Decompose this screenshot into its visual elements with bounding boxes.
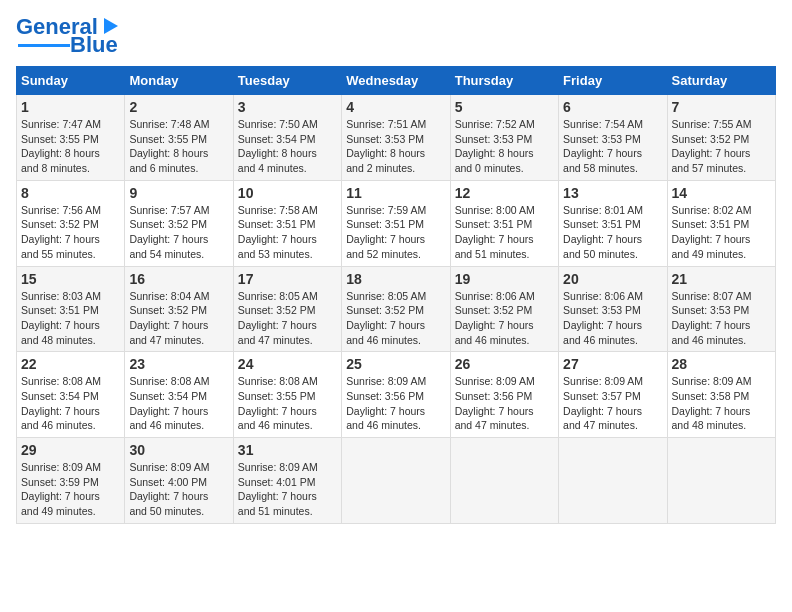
- cell-line: Sunrise: 8:09 AM: [672, 374, 771, 389]
- calendar-cell: 9Sunrise: 7:57 AMSunset: 3:52 PMDaylight…: [125, 180, 233, 266]
- day-number: 28: [672, 356, 771, 372]
- calendar-cell: 24Sunrise: 8:08 AMSunset: 3:55 PMDayligh…: [233, 352, 341, 438]
- calendar-cell: 27Sunrise: 8:09 AMSunset: 3:57 PMDayligh…: [559, 352, 667, 438]
- cell-content: Sunrise: 7:48 AMSunset: 3:55 PMDaylight:…: [129, 117, 228, 176]
- cell-line: Sunrise: 8:09 AM: [455, 374, 554, 389]
- cell-line: Daylight: 8 hours: [129, 146, 228, 161]
- cell-line: Sunset: 3:54 PM: [238, 132, 337, 147]
- cell-line: and 50 minutes.: [563, 247, 662, 262]
- cell-line: and 2 minutes.: [346, 161, 445, 176]
- cell-line: Sunrise: 7:59 AM: [346, 203, 445, 218]
- cell-line: Sunset: 3:51 PM: [455, 217, 554, 232]
- cell-content: Sunrise: 8:05 AMSunset: 3:52 PMDaylight:…: [238, 289, 337, 348]
- cell-line: Sunrise: 7:55 AM: [672, 117, 771, 132]
- day-number: 17: [238, 271, 337, 287]
- calendar-cell: 8Sunrise: 7:56 AMSunset: 3:52 PMDaylight…: [17, 180, 125, 266]
- cell-line: Sunrise: 8:00 AM: [455, 203, 554, 218]
- cell-line: and 46 minutes.: [21, 418, 120, 433]
- cell-content: Sunrise: 8:06 AMSunset: 3:52 PMDaylight:…: [455, 289, 554, 348]
- calendar-cell: 13Sunrise: 8:01 AMSunset: 3:51 PMDayligh…: [559, 180, 667, 266]
- cell-line: Daylight: 7 hours: [563, 318, 662, 333]
- calendar-cell: 5Sunrise: 7:52 AMSunset: 3:53 PMDaylight…: [450, 95, 558, 181]
- cell-line: Sunrise: 7:57 AM: [129, 203, 228, 218]
- cell-line: Sunrise: 8:08 AM: [129, 374, 228, 389]
- day-number: 29: [21, 442, 120, 458]
- cell-content: Sunrise: 7:51 AMSunset: 3:53 PMDaylight:…: [346, 117, 445, 176]
- calendar-cell: 19Sunrise: 8:06 AMSunset: 3:52 PMDayligh…: [450, 266, 558, 352]
- cell-line: Sunset: 3:51 PM: [563, 217, 662, 232]
- cell-line: Sunset: 3:51 PM: [21, 303, 120, 318]
- calendar-cell: 1Sunrise: 7:47 AMSunset: 3:55 PMDaylight…: [17, 95, 125, 181]
- cell-line: Sunset: 3:52 PM: [672, 132, 771, 147]
- cell-line: Daylight: 8 hours: [238, 146, 337, 161]
- cell-line: Sunset: 3:54 PM: [21, 389, 120, 404]
- cell-line: Sunrise: 8:09 AM: [21, 460, 120, 475]
- calendar-week-row: 1Sunrise: 7:47 AMSunset: 3:55 PMDaylight…: [17, 95, 776, 181]
- cell-line: Sunrise: 8:06 AM: [455, 289, 554, 304]
- cell-line: Sunrise: 7:51 AM: [346, 117, 445, 132]
- cell-line: Daylight: 7 hours: [563, 146, 662, 161]
- day-number: 23: [129, 356, 228, 372]
- column-header-wednesday: Wednesday: [342, 67, 450, 95]
- cell-content: Sunrise: 7:55 AMSunset: 3:52 PMDaylight:…: [672, 117, 771, 176]
- cell-line: Sunrise: 7:48 AM: [129, 117, 228, 132]
- day-number: 25: [346, 356, 445, 372]
- cell-line: Sunrise: 8:08 AM: [21, 374, 120, 389]
- calendar-cell: 11Sunrise: 7:59 AMSunset: 3:51 PMDayligh…: [342, 180, 450, 266]
- calendar-cell: 22Sunrise: 8:08 AMSunset: 3:54 PMDayligh…: [17, 352, 125, 438]
- cell-line: Daylight: 7 hours: [21, 489, 120, 504]
- column-header-monday: Monday: [125, 67, 233, 95]
- cell-line: Daylight: 7 hours: [346, 318, 445, 333]
- cell-line: Sunrise: 8:09 AM: [238, 460, 337, 475]
- calendar-week-row: 29Sunrise: 8:09 AMSunset: 3:59 PMDayligh…: [17, 438, 776, 524]
- cell-line: Daylight: 7 hours: [21, 404, 120, 419]
- cell-line: Daylight: 7 hours: [455, 232, 554, 247]
- cell-line: and 47 minutes.: [129, 333, 228, 348]
- day-number: 22: [21, 356, 120, 372]
- cell-line: Daylight: 7 hours: [563, 404, 662, 419]
- cell-line: Sunrise: 8:06 AM: [563, 289, 662, 304]
- day-number: 9: [129, 185, 228, 201]
- day-number: 6: [563, 99, 662, 115]
- calendar-cell: 3Sunrise: 7:50 AMSunset: 3:54 PMDaylight…: [233, 95, 341, 181]
- cell-line: Daylight: 7 hours: [455, 404, 554, 419]
- calendar-cell: 30Sunrise: 8:09 AMSunset: 4:00 PMDayligh…: [125, 438, 233, 524]
- calendar-cell: [342, 438, 450, 524]
- cell-content: Sunrise: 7:58 AMSunset: 3:51 PMDaylight:…: [238, 203, 337, 262]
- cell-line: and 0 minutes.: [455, 161, 554, 176]
- cell-line: Sunset: 3:53 PM: [672, 303, 771, 318]
- cell-line: and 50 minutes.: [129, 504, 228, 519]
- cell-line: and 55 minutes.: [21, 247, 120, 262]
- cell-line: and 46 minutes.: [455, 333, 554, 348]
- cell-line: Daylight: 7 hours: [129, 318, 228, 333]
- cell-line: and 53 minutes.: [238, 247, 337, 262]
- cell-line: Daylight: 7 hours: [346, 404, 445, 419]
- cell-content: Sunrise: 7:56 AMSunset: 3:52 PMDaylight:…: [21, 203, 120, 262]
- cell-line: Daylight: 7 hours: [238, 489, 337, 504]
- cell-line: Sunset: 3:55 PM: [129, 132, 228, 147]
- calendar-cell: 17Sunrise: 8:05 AMSunset: 3:52 PMDayligh…: [233, 266, 341, 352]
- cell-line: Sunset: 3:51 PM: [238, 217, 337, 232]
- cell-line: and 57 minutes.: [672, 161, 771, 176]
- calendar-cell: 20Sunrise: 8:06 AMSunset: 3:53 PMDayligh…: [559, 266, 667, 352]
- page-header: General Blue: [16, 16, 776, 56]
- day-number: 20: [563, 271, 662, 287]
- cell-line: and 52 minutes.: [346, 247, 445, 262]
- calendar-week-row: 15Sunrise: 8:03 AMSunset: 3:51 PMDayligh…: [17, 266, 776, 352]
- cell-line: Daylight: 7 hours: [129, 404, 228, 419]
- cell-line: Sunset: 4:00 PM: [129, 475, 228, 490]
- cell-line: Daylight: 7 hours: [455, 318, 554, 333]
- day-number: 19: [455, 271, 554, 287]
- cell-line: Sunrise: 8:01 AM: [563, 203, 662, 218]
- column-header-tuesday: Tuesday: [233, 67, 341, 95]
- column-header-friday: Friday: [559, 67, 667, 95]
- day-number: 10: [238, 185, 337, 201]
- cell-line: Sunset: 3:51 PM: [672, 217, 771, 232]
- cell-line: Sunrise: 8:09 AM: [346, 374, 445, 389]
- cell-line: and 49 minutes.: [672, 247, 771, 262]
- cell-line: Daylight: 7 hours: [129, 489, 228, 504]
- calendar-cell: 12Sunrise: 8:00 AMSunset: 3:51 PMDayligh…: [450, 180, 558, 266]
- cell-line: and 58 minutes.: [563, 161, 662, 176]
- day-number: 2: [129, 99, 228, 115]
- calendar-cell: 6Sunrise: 7:54 AMSunset: 3:53 PMDaylight…: [559, 95, 667, 181]
